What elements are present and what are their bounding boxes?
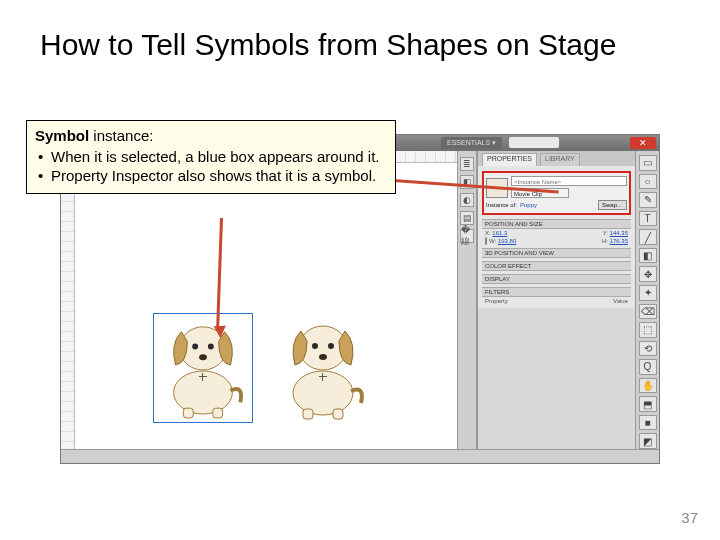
tool-button[interactable]: T bbox=[639, 211, 657, 227]
y-label: Y: bbox=[603, 230, 608, 236]
properties-panel: PROPERTIES LIBRARY <Instance Name> Movie… bbox=[477, 151, 635, 449]
svg-point-11 bbox=[319, 354, 327, 360]
stage-area bbox=[61, 151, 491, 449]
section-pos-size[interactable]: POSITION AND SIZE bbox=[482, 219, 631, 229]
tool-button[interactable]: ✋ bbox=[639, 378, 657, 394]
svg-rect-13 bbox=[333, 409, 343, 419]
svg-point-3 bbox=[208, 344, 214, 350]
tool-button[interactable]: ⬚ bbox=[639, 322, 657, 338]
tools-panel: ▭ ○ ✎ T ╱ ◧ ✥ ✦ ⌫ ⬚ ⟲ Q ✋ ⬒ ■ ◩ bbox=[635, 151, 659, 449]
tool-button[interactable]: ⬒ bbox=[639, 396, 657, 412]
instance-name-input[interactable]: <Instance Name> bbox=[511, 176, 627, 186]
page-number: 37 bbox=[681, 509, 698, 526]
tool-button[interactable]: ○ bbox=[639, 174, 657, 190]
section-filters[interactable]: FILTERS bbox=[482, 287, 631, 297]
registration-point-icon bbox=[199, 373, 207, 381]
y-value[interactable]: 144.35 bbox=[610, 230, 628, 236]
svg-rect-6 bbox=[213, 408, 223, 418]
x-label: X: bbox=[485, 230, 491, 236]
filters-col-property: Property bbox=[485, 298, 508, 304]
filters-col-value: Value bbox=[613, 298, 628, 304]
tab-properties[interactable]: PROPERTIES bbox=[482, 153, 537, 166]
section-3d[interactable]: 3D POSITION AND VIEW bbox=[482, 248, 631, 258]
h-label: H: bbox=[602, 238, 608, 244]
svg-rect-5 bbox=[183, 408, 193, 418]
dock-strip: ≣ ◧ ◐ ▤ �線 bbox=[457, 151, 477, 449]
callout-bullet: When it is selected, a blue box appears … bbox=[35, 148, 387, 167]
svg-point-9 bbox=[312, 343, 318, 349]
lock-icon[interactable] bbox=[485, 237, 487, 245]
puppy-icon bbox=[273, 313, 373, 423]
symbol-instance-selected[interactable] bbox=[153, 313, 253, 423]
puppy-icon bbox=[154, 314, 252, 422]
tool-button[interactable]: ▭ bbox=[639, 155, 657, 171]
h-value[interactable]: 176.35 bbox=[610, 238, 628, 244]
arrowhead-icon bbox=[214, 326, 226, 338]
vertical-ruler bbox=[61, 151, 75, 449]
registration-point-icon bbox=[319, 373, 327, 381]
callout-lead-bold: Symbol bbox=[35, 127, 89, 144]
instance-of-label: Instance of: bbox=[486, 202, 517, 208]
search-input[interactable] bbox=[509, 137, 559, 148]
stage-canvas[interactable] bbox=[75, 163, 491, 449]
close-icon[interactable]: ✕ bbox=[630, 137, 656, 149]
svg-rect-12 bbox=[303, 409, 313, 419]
section-color[interactable]: COLOR EFFECT bbox=[482, 261, 631, 271]
tab-library[interactable]: LIBRARY bbox=[540, 153, 580, 166]
dock-icon[interactable]: ▤ bbox=[460, 211, 474, 225]
svg-point-4 bbox=[199, 354, 207, 360]
callout-lead-rest: instance: bbox=[89, 127, 153, 144]
tool-button[interactable]: Q bbox=[639, 359, 657, 375]
tool-button[interactable]: ⟲ bbox=[639, 341, 657, 357]
svg-point-2 bbox=[192, 344, 198, 350]
swap-button[interactable]: Swap… bbox=[598, 200, 627, 210]
callout-bullet: Property Inspector also shows that it is… bbox=[35, 167, 387, 186]
slide-title: How to Tell Symbols from Shapes on Stage bbox=[40, 28, 700, 62]
section-display[interactable]: DISPLAY bbox=[482, 274, 631, 284]
tool-button[interactable]: ╱ bbox=[639, 229, 657, 245]
callout-box: Symbol instance: When it is selected, a … bbox=[26, 120, 396, 194]
dock-icon[interactable]: ≣ bbox=[460, 157, 474, 171]
x-value[interactable]: 161.3 bbox=[492, 230, 507, 236]
panel-tabs: PROPERTIES LIBRARY bbox=[478, 151, 635, 166]
tool-button[interactable]: ⌫ bbox=[639, 304, 657, 320]
svg-point-10 bbox=[328, 343, 334, 349]
workspace-switcher[interactable]: ESSENTIALS ▾ bbox=[441, 137, 502, 149]
tool-button[interactable]: ◧ bbox=[639, 248, 657, 264]
status-bar bbox=[61, 449, 659, 463]
w-label: W: bbox=[489, 238, 496, 244]
instance-of-value: Puppy bbox=[520, 202, 537, 208]
tool-button[interactable]: ✦ bbox=[639, 285, 657, 301]
symbol-instance[interactable] bbox=[273, 313, 373, 423]
tool-button[interactable]: ✥ bbox=[639, 266, 657, 282]
tool-button[interactable]: ✎ bbox=[639, 192, 657, 208]
tool-button[interactable]: ◩ bbox=[639, 433, 657, 449]
callout-lead: Symbol instance: bbox=[35, 127, 387, 146]
tool-button[interactable]: ■ bbox=[639, 415, 657, 431]
w-value[interactable]: 193.80 bbox=[498, 238, 516, 244]
dock-icon[interactable]: �線 bbox=[460, 229, 474, 243]
dock-icon[interactable]: ◐ bbox=[460, 193, 474, 207]
